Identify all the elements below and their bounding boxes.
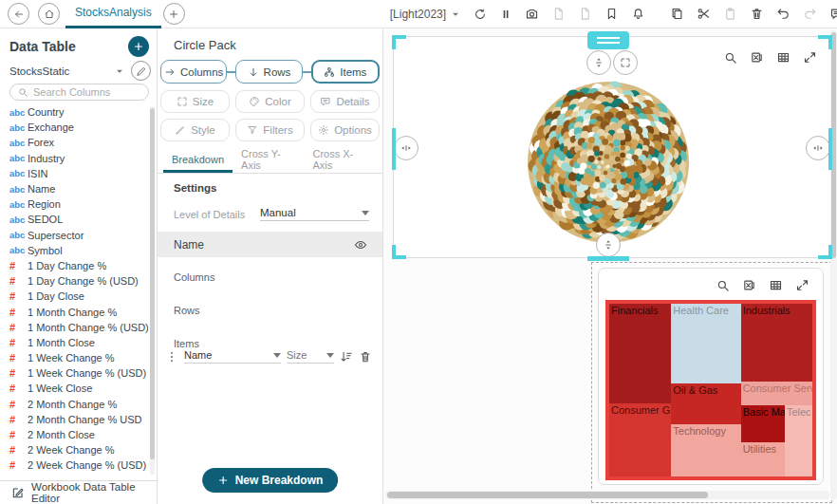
items-shelf-button[interactable]: Items (311, 60, 380, 84)
field-item[interactable]: #1 Week Close (0, 381, 150, 396)
field-item[interactable]: abcSEDOL (0, 212, 150, 227)
circle-pack-panel[interactable] (393, 36, 831, 258)
items-size-select[interactable]: Size (287, 349, 334, 364)
field-item[interactable]: #1 Week Change % (USD) (0, 365, 150, 381)
back-button[interactable] (8, 3, 29, 25)
dataset-selector[interactable]: StocksStatic (9, 65, 114, 77)
items-field-select[interactable]: Name (184, 349, 281, 364)
pdf-export-button[interactable] (551, 7, 566, 21)
bookmark-button[interactable] (604, 7, 619, 21)
vertical-scrollbar[interactable] (830, 30, 837, 499)
split-right-button[interactable] (806, 136, 830, 160)
treemap-cell[interactable]: Basic Mater (741, 405, 785, 442)
field-item[interactable]: #1 Day Change % (USD) (0, 273, 150, 289)
field-item[interactable]: abcRegion (0, 196, 150, 212)
trash-icon[interactable] (359, 350, 372, 364)
document-selector[interactable]: [Light2023] (390, 8, 461, 21)
field-item[interactable]: #2 Month Close (0, 427, 150, 442)
redo-button[interactable] (803, 7, 817, 21)
field-item[interactable]: #1 Month Change % (0, 304, 150, 319)
edit-dataset-button[interactable] (131, 61, 151, 81)
treemap-cell[interactable]: Utilities (741, 442, 785, 476)
field-item[interactable]: abcSymbol (0, 243, 150, 258)
rows-shelf-button[interactable]: Rows (235, 60, 302, 84)
add-data-table-button[interactable] (128, 36, 149, 57)
maximize-button[interactable] (613, 50, 638, 75)
treemap[interactable]: FinancialsConsumer GHealth CareOil & Gas… (605, 300, 816, 480)
workbook-tab[interactable]: StocksAnalysis (65, 0, 161, 28)
snapshot-button[interactable] (525, 7, 539, 21)
pause-button[interactable] (499, 8, 512, 21)
treemap-cell[interactable]: Telec (785, 405, 812, 476)
field-item[interactable]: abcSupersector (0, 228, 150, 243)
color-button[interactable]: Color (235, 90, 305, 113)
breakdown-level-name[interactable]: Name (158, 232, 382, 257)
horizontal-scrollbar-thumb[interactable] (387, 492, 708, 498)
field-item[interactable]: abcForex (0, 135, 150, 150)
field-item[interactable]: #2 Month Change % USD (0, 412, 150, 427)
copy-button[interactable] (670, 7, 684, 21)
split-bottom-button[interactable] (596, 233, 621, 257)
field-item[interactable]: #2 Month Change % (0, 397, 150, 412)
treemap-cell[interactable]: Financials (609, 304, 671, 403)
horizontal-scrollbar[interactable] (385, 491, 829, 499)
treemap-cell[interactable]: Technology (671, 424, 740, 476)
treemap-cell[interactable]: Oil & Gas (671, 383, 740, 424)
field-item[interactable]: #1 Day Change % (0, 258, 150, 273)
panel-drag-handle[interactable] (587, 31, 629, 49)
split-vertical-button[interactable] (586, 50, 611, 75)
treemap-cell[interactable]: Consumer G (609, 403, 671, 476)
field-item[interactable]: abcName (0, 181, 150, 196)
style-button[interactable]: Style (160, 119, 230, 141)
comment-button[interactable] (829, 7, 837, 21)
tab-cross-x-axis[interactable]: Cross X-Axis (304, 148, 377, 173)
columns-shelf-button[interactable]: Columns (160, 60, 227, 84)
field-item[interactable]: abcIndustry (0, 151, 150, 166)
field-item[interactable]: abcCountry (0, 104, 150, 120)
refresh-button[interactable] (474, 8, 487, 21)
excel-export-icon[interactable] (742, 278, 756, 292)
search-columns-box[interactable] (9, 84, 149, 101)
notifications-button[interactable] (631, 7, 645, 21)
details-button[interactable]: Details (310, 90, 380, 113)
options-button[interactable]: Options (310, 119, 380, 141)
new-breakdown-button[interactable]: New Breakdown (202, 468, 339, 493)
drag-handle-icon[interactable] (165, 350, 178, 364)
size-button[interactable]: Size (160, 90, 230, 113)
paste-button[interactable] (723, 7, 737, 21)
undo-button[interactable] (776, 7, 790, 21)
tab-cross-y-axis[interactable]: Cross Y-Axis (232, 148, 304, 173)
search-icon[interactable] (716, 278, 730, 292)
field-item[interactable]: #1 Month Close (0, 335, 150, 350)
eye-icon[interactable] (354, 238, 367, 252)
field-item[interactable]: #1 Month Change % (USD) (0, 320, 150, 335)
field-item[interactable]: abcISIN (0, 166, 150, 181)
search-columns-input[interactable] (33, 86, 141, 98)
workbook-data-table-editor-button[interactable]: Workbook Data Table Editor (0, 480, 157, 504)
chevron-down-icon[interactable] (114, 65, 125, 77)
treemap-cell[interactable]: Health Care (671, 304, 740, 383)
treemap-panel[interactable]: FinancialsConsumer GHealth CareOil & Gas… (598, 268, 824, 485)
field-item[interactable]: #1 Week Change % (0, 350, 150, 365)
circle-pack-visualization[interactable] (394, 37, 830, 257)
tab-breakdown[interactable]: Breakdown (163, 148, 232, 173)
cut-button[interactable] (697, 7, 711, 21)
sort-icon[interactable] (340, 350, 353, 364)
sidebar-scrollbar[interactable] (150, 106, 155, 475)
home-button[interactable] (38, 3, 60, 25)
add-tab-button[interactable] (163, 3, 185, 25)
excel-export-button[interactable] (578, 7, 592, 21)
split-left-button[interactable] (394, 136, 418, 160)
field-item[interactable]: abcExchange (0, 120, 150, 135)
field-item[interactable]: #2 Week Change % (USD) (0, 457, 150, 473)
sidebar-scrollbar-thumb[interactable] (150, 108, 155, 459)
filters-button[interactable]: Filters (235, 119, 305, 141)
treemap-cell[interactable]: Industrials (741, 304, 812, 382)
expand-icon[interactable] (795, 278, 809, 292)
level-of-details-select[interactable]: Manual (260, 207, 369, 221)
table-icon[interactable] (769, 278, 783, 292)
field-item[interactable]: #1 Day Close (0, 289, 150, 304)
delete-button[interactable] (750, 7, 764, 21)
treemap-cell[interactable]: Consumer Servic (741, 382, 812, 405)
field-item[interactable]: #2 Week Change % (0, 442, 150, 457)
